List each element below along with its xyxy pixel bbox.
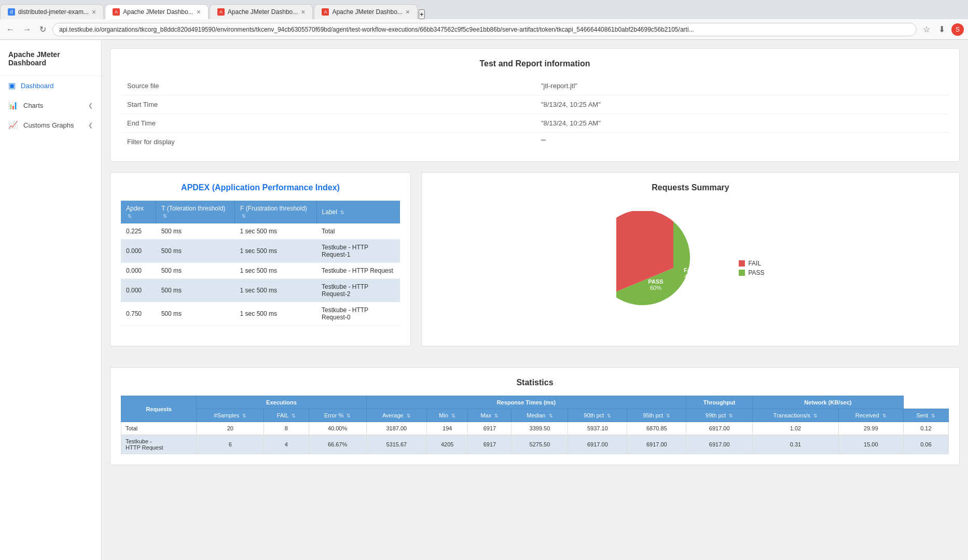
sidebar-item-charts-label: Charts: [23, 102, 43, 109]
fail-color-dot: [739, 260, 745, 267]
forward-button[interactable]: →: [21, 23, 33, 36]
sidebar-item-dashboard[interactable]: ▣ Dashboard: [0, 76, 101, 95]
stats-col-max: Max ⇅: [468, 409, 511, 422]
stats-col-pct95: 95th pct ⇅: [627, 409, 686, 422]
stats-col-received: Received ⇅: [838, 409, 903, 422]
f-sort-icon[interactable]: ⇅: [242, 214, 246, 219]
t-val-2: 500 ms: [156, 263, 235, 279]
apdex-col-apdex: Apdex ⇅: [121, 201, 156, 223]
tab-3-title: Apache JMeter Dashbo...: [228, 8, 298, 16]
profile-button[interactable]: S: [951, 23, 964, 36]
fail-sort-icon[interactable]: ⇅: [292, 413, 296, 418]
stats-median-total: 3399.50: [511, 422, 568, 435]
stats-max-total: 6917: [468, 422, 511, 435]
max-sort-icon[interactable]: ⇅: [494, 413, 499, 418]
apdex-col-label: Label ⇅: [316, 201, 399, 223]
label-sort-icon[interactable]: ⇅: [340, 210, 344, 215]
apdex-val-2: 0.000: [121, 263, 156, 279]
stats-errorpct-http-request: 66.67%: [309, 435, 366, 454]
pie-chart: FAIL 40% PASS 60%: [616, 211, 730, 325]
new-tab-button[interactable]: +: [419, 9, 425, 19]
info-row-source: Source file "jtl-report.jtl": [121, 77, 949, 95]
download-button[interactable]: ⬇: [936, 22, 947, 36]
customs-graphs-icon: 📈: [8, 120, 18, 130]
stats-col-pct99: 99th pct ⇅: [686, 409, 753, 422]
tab-2-title: Apache JMeter Dashbo...: [123, 8, 193, 16]
legend-pass: PASS: [739, 269, 764, 276]
stats-group-header-row: Requests Executions Response Times (ms) …: [121, 396, 949, 409]
stats-pct90-http-request: 6917.00: [568, 435, 627, 454]
tab-4-title: Apache JMeter Dashbo...: [332, 8, 402, 16]
tab-2[interactable]: A Apache JMeter Dashbo... ×: [105, 4, 209, 19]
apdex-row-3: 0.000 500 ms 1 sec 500 ms Testkube - HTT…: [121, 279, 400, 302]
sidebar-item-customs-graphs[interactable]: 📈 Customs Graphs ❮: [0, 115, 101, 135]
errorpct-sort-icon[interactable]: ⇅: [347, 413, 351, 418]
transactions-sort-icon[interactable]: ⇅: [813, 413, 818, 418]
stats-received-total: 29.99: [838, 422, 903, 435]
fail-label: FAIL: [684, 267, 697, 273]
back-button[interactable]: ←: [4, 23, 17, 36]
stats-fail-total: 8: [264, 422, 309, 435]
apdex-title: APDEX (Application Performance Index): [121, 183, 400, 192]
stats-row-http-request: Testkube -HTTP Request 6 4 66.67% 5315.6…: [121, 435, 949, 454]
tab-4-close[interactable]: ×: [406, 8, 410, 16]
stats-col-requests-group: Requests: [121, 396, 197, 422]
stats-sent-total: 0.12: [903, 422, 948, 435]
charts-icon: 📊: [8, 101, 18, 110]
pct95-sort-icon[interactable]: ⇅: [666, 413, 670, 418]
sidebar: Apache JMeter Dashboard ▣ Dashboard 📊 Ch…: [0, 40, 102, 560]
sidebar-item-charts[interactable]: 📊 Charts ❮: [0, 95, 101, 115]
stats-pct95-total: 6870.85: [627, 422, 686, 435]
t-val-0: 500 ms: [156, 223, 235, 240]
tab-3[interactable]: A Apache JMeter Dashbo... ×: [210, 4, 313, 19]
tab-1-title: distributed-jmeter-exam...: [18, 8, 89, 16]
stats-col-executions-group: Executions: [197, 396, 366, 409]
reload-button[interactable]: ↻: [37, 22, 48, 36]
median-sort-icon[interactable]: ⇅: [549, 413, 553, 418]
stats-errorpct-total: 40.00%: [309, 422, 366, 435]
tab-2-close[interactable]: ×: [197, 8, 201, 16]
customs-graphs-chevron-icon: ❮: [88, 122, 93, 129]
apdex-val-3: 0.000: [121, 279, 156, 302]
apdex-sort-icon[interactable]: ⇅: [128, 214, 132, 219]
avg-sort-icon[interactable]: ⇅: [407, 413, 411, 418]
min-sort-icon[interactable]: ⇅: [451, 413, 455, 418]
pie-wrapper: FAIL 40% PASS 60% FAIL PASS: [432, 201, 949, 335]
address-bar[interactable]: api.testkube.io/organizations/tkcorg_b8d…: [52, 23, 917, 36]
stats-col-throughput-group: Throughput: [686, 396, 753, 409]
pct99-sort-icon[interactable]: ⇅: [729, 413, 733, 418]
stats-label-http-request: Testkube -HTTP Request: [121, 435, 197, 454]
stats-col-transactions: Transactions/s ⇅: [753, 409, 839, 422]
requests-summary-title: Requests Summary: [432, 183, 949, 192]
f-val-2: 1 sec 500 ms: [235, 263, 316, 279]
samples-sort-icon[interactable]: ⇅: [242, 413, 246, 418]
stats-min-total: 194: [427, 422, 468, 435]
pct90-sort-icon[interactable]: ⇅: [607, 413, 611, 418]
tab-4[interactable]: A Apache JMeter Dashbo... ×: [314, 4, 418, 19]
info-label-filter: Filter for display: [121, 133, 535, 151]
two-col-section: APDEX (Application Performance Index) Ap…: [110, 172, 960, 357]
apdex-header-row: Apdex ⇅ T (Toleration threshold) ⇅ F (Fr…: [121, 201, 400, 223]
stats-pct90-total: 5937.10: [568, 422, 627, 435]
apdex-row-4: 0.750 500 ms 1 sec 500 ms Testkube - HTT…: [121, 302, 400, 326]
tab-3-close[interactable]: ×: [301, 8, 305, 16]
stats-avg-total: 3187.00: [366, 422, 427, 435]
app-title: Apache JMeter Dashboard: [0, 45, 101, 76]
bookmark-button[interactable]: ☆: [921, 22, 932, 36]
sidebar-item-customs-graphs-label: Customs Graphs: [23, 121, 74, 129]
stats-col-sent: Sent ⇅: [903, 409, 948, 422]
tab-1-close[interactable]: ×: [92, 8, 96, 16]
tab-1[interactable]: d distributed-jmeter-exam... ×: [0, 4, 104, 19]
report-info-title: Test and Report information: [121, 59, 949, 68]
sent-sort-icon[interactable]: ⇅: [931, 413, 935, 418]
stats-col-min: Min ⇅: [427, 409, 468, 422]
t-sort-icon[interactable]: ⇅: [163, 214, 167, 219]
stats-transactions-http-request: 0.31: [753, 435, 839, 454]
stats-col-average: Average ⇅: [366, 409, 427, 422]
t-val-1: 500 ms: [156, 240, 235, 263]
stats-label-total: Total: [121, 422, 197, 435]
received-sort-icon[interactable]: ⇅: [882, 413, 887, 418]
info-label-start: Start Time: [121, 95, 535, 114]
label-val-3: Testkube - HTTP Request-2: [316, 279, 399, 302]
info-label-end: End Time: [121, 114, 535, 133]
